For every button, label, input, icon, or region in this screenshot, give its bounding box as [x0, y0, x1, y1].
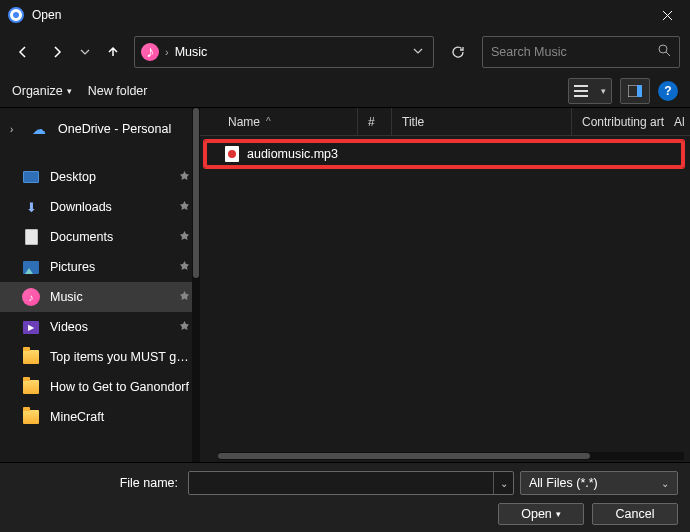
sidebar-item-minecraft[interactable]: MineCraft [0, 402, 200, 432]
svg-rect-3 [574, 85, 588, 87]
sidebar-item-onedrive[interactable]: › ☁ OneDrive - Personal [0, 114, 200, 144]
sidebar-item-how-to-get-to-ganondorf[interactable]: How to Get to Ganondorf [0, 372, 200, 402]
chevron-down-icon: ▾ [67, 86, 72, 96]
address-location: Music [175, 45, 403, 59]
preview-pane-button[interactable] [620, 78, 650, 104]
view-mode-button[interactable]: ▾ [568, 78, 612, 104]
organize-label: Organize [12, 84, 63, 98]
footer: File name: ⌄ All Files (*.*) ⌄ Open▾ Can… [0, 462, 690, 532]
sidebar-item-pictures[interactable]: Pictures [0, 252, 200, 282]
new-folder-label: New folder [88, 84, 148, 98]
open-label: Open [521, 507, 552, 521]
pin-icon [179, 230, 190, 245]
sidebar: › ☁ OneDrive - Personal Desktop⬇Download… [0, 108, 200, 462]
filetype-filter[interactable]: All Files (*.*) ⌄ [520, 471, 678, 495]
chevron-right-icon: › [10, 124, 20, 135]
sidebar-item-music[interactable]: ♪Music [0, 282, 200, 312]
svg-rect-4 [574, 90, 588, 92]
cloud-icon: ☁ [30, 120, 48, 138]
search-icon [652, 43, 671, 61]
titlebar: Open [0, 0, 690, 30]
organize-menu[interactable]: Organize▾ [12, 84, 72, 98]
filename-label: File name: [12, 476, 182, 490]
sidebar-item-label: How to Get to Ganondorf [50, 380, 190, 394]
cancel-label: Cancel [616, 507, 655, 521]
chevron-down-icon: ▾ [601, 86, 606, 96]
sidebar-item-label: Pictures [50, 260, 169, 274]
filename-dropdown[interactable]: ⌄ [493, 472, 513, 494]
sidebar-scrollbar[interactable] [192, 108, 200, 462]
pin-icon [179, 260, 190, 275]
toolbar: Organize▾ New folder ▾ ? [0, 74, 690, 108]
column-title[interactable]: Title [392, 108, 572, 135]
help-button[interactable]: ? [658, 81, 678, 101]
search-box[interactable] [482, 36, 680, 68]
recent-dropdown[interactable] [78, 38, 92, 66]
breadcrumb-separator-icon: › [165, 46, 169, 58]
address-dropdown[interactable] [409, 46, 427, 58]
sidebar-item-label: Desktop [50, 170, 169, 184]
sidebar-item-label: Music [50, 290, 169, 304]
file-name: audiomusic.mp3 [247, 147, 338, 161]
sidebar-item-label: Videos [50, 320, 169, 334]
filename-field[interactable]: ⌄ [188, 471, 514, 495]
svg-rect-7 [637, 85, 642, 97]
column-track-number[interactable]: # [358, 108, 392, 135]
column-contributing-artists[interactable]: Contributing artists [572, 108, 664, 135]
app-icon [8, 7, 24, 23]
svg-point-1 [13, 12, 19, 18]
filename-input[interactable] [189, 476, 493, 490]
column-album[interactable]: Al [664, 108, 684, 135]
pin-icon [179, 290, 190, 305]
pin-icon [179, 320, 190, 335]
svg-point-2 [659, 45, 667, 53]
music-folder-icon: ♪ [141, 43, 159, 61]
navbar: ♪ › Music [0, 30, 690, 74]
back-button[interactable] [10, 38, 36, 66]
sidebar-item-videos[interactable]: ▶Videos [0, 312, 200, 342]
svg-rect-5 [574, 95, 588, 97]
split-dropdown-icon[interactable]: ▾ [556, 509, 561, 519]
search-input[interactable] [491, 45, 652, 59]
filter-label: All Files (*.*) [529, 476, 598, 490]
refresh-button[interactable] [442, 36, 474, 68]
list-view-icon [574, 85, 588, 97]
open-button[interactable]: Open▾ [498, 503, 584, 525]
audio-file-icon [225, 146, 239, 162]
address-bar[interactable]: ♪ › Music [134, 36, 434, 68]
sidebar-label: OneDrive - Personal [58, 122, 190, 136]
sidebar-item-label: Downloads [50, 200, 169, 214]
column-headers: Name # Title Contributing artists Al [200, 108, 690, 136]
sidebar-item-documents[interactable]: Documents [0, 222, 200, 252]
column-name[interactable]: Name [218, 108, 358, 135]
up-button[interactable] [100, 38, 126, 66]
sidebar-item-label: MineCraft [50, 410, 190, 424]
forward-button[interactable] [44, 38, 70, 66]
pin-icon [179, 200, 190, 215]
sidebar-item-label: Documents [50, 230, 169, 244]
sidebar-item-desktop[interactable]: Desktop [0, 162, 200, 192]
sidebar-item-label: Top items you MUST get to [50, 350, 190, 364]
window-title: Open [32, 8, 644, 22]
horizontal-scrollbar[interactable] [218, 452, 684, 460]
file-row[interactable]: audiomusic.mp3 [204, 140, 684, 168]
pin-icon [179, 170, 190, 185]
sidebar-item-top-items-you-must-get-to[interactable]: Top items you MUST get to [0, 342, 200, 372]
file-list-panel: Name # Title Contributing artists Al aud… [200, 108, 690, 462]
close-button[interactable] [644, 0, 690, 30]
chevron-down-icon: ⌄ [661, 478, 669, 489]
sidebar-item-downloads[interactable]: ⬇Downloads [0, 192, 200, 222]
new-folder-button[interactable]: New folder [88, 84, 148, 98]
cancel-button[interactable]: Cancel [592, 503, 678, 525]
